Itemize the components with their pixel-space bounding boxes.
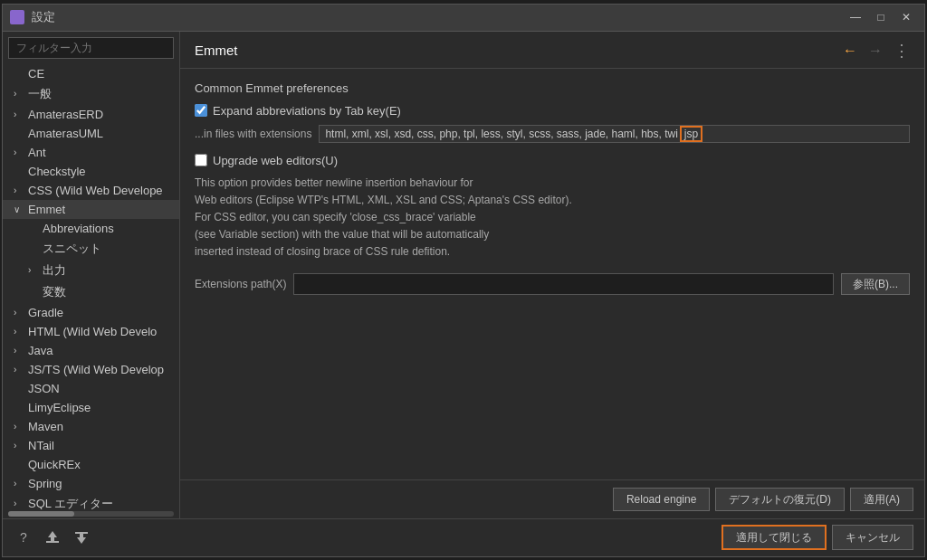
panel-body: Common Emmet preferences Expand abbrevia… xyxy=(180,69,924,479)
cancel-button[interactable]: キャンセル xyxy=(832,525,913,550)
expand-abbreviations-row: Expand abbreviations by Tab key(E) xyxy=(195,104,910,118)
sidebar-item-amaterasuml[interactable]: AmaterasUML xyxy=(3,124,179,143)
sidebar-item-abbreviations[interactable]: Abbreviations xyxy=(3,219,179,238)
arrow-icon: ∨ xyxy=(14,204,24,214)
forward-button[interactable]: → xyxy=(865,41,886,61)
ext-path-input[interactable] xyxy=(293,273,834,295)
svg-rect-2 xyxy=(75,532,88,534)
more-options-icon[interactable]: ⋮ xyxy=(890,39,913,62)
sidebar-scrollbar xyxy=(8,511,174,517)
arrow-icon: › xyxy=(14,89,24,99)
extensions-highlight: jsp xyxy=(680,126,702,142)
upgrade-editors-row: Upgrade web editors(U) xyxy=(195,154,910,167)
sidebar-item-variables[interactable]: 変数 xyxy=(3,281,179,303)
reload-engine-button[interactable]: Reload engine xyxy=(613,488,710,511)
arrow-icon: › xyxy=(14,441,24,451)
arrow-icon: › xyxy=(14,365,24,375)
sidebar-item-ant[interactable]: › Ant xyxy=(3,143,179,162)
filter-input[interactable] xyxy=(8,37,174,59)
arrow-icon: › xyxy=(14,327,24,337)
sidebar-item-spring[interactable]: › Spring xyxy=(3,474,179,493)
sidebar-scrollbar-thumb xyxy=(8,511,74,517)
bottom-bar: ? 適用して閉じる キャンセル xyxy=(3,518,924,556)
help-icon[interactable]: ? xyxy=(14,527,33,547)
extensions-label: ...in files with extensions xyxy=(195,128,311,140)
upgrade-editors-label[interactable]: Upgrade web editors(U) xyxy=(213,154,338,167)
export-svg xyxy=(44,529,61,546)
extensions-value: html, xml, xsl, xsd, css, php, tpl, less… xyxy=(319,125,910,143)
bottom-right-buttons: 適用して閉じる キャンセル xyxy=(722,525,913,550)
arrow-icon: › xyxy=(14,422,24,432)
description-text: This option provides better newline inse… xyxy=(195,175,910,261)
export-icon[interactable] xyxy=(43,527,62,547)
svg-marker-3 xyxy=(77,534,86,544)
expand-abbreviations-checkbox[interactable] xyxy=(195,104,207,117)
arrow-icon: › xyxy=(14,498,24,508)
sidebar-item-java[interactable]: › Java xyxy=(3,341,179,360)
upgrade-editors-checkbox[interactable] xyxy=(195,154,207,166)
expand-abbreviations-label[interactable]: Expand abbreviations by Tab key(E) xyxy=(213,104,401,118)
close-button[interactable]: ✕ xyxy=(895,8,917,26)
section-title: Common Emmet preferences xyxy=(195,81,910,95)
sidebar-item-json[interactable]: JSON xyxy=(3,379,179,398)
sidebar-item-css[interactable]: › CSS (Wild Web Develope xyxy=(3,181,179,200)
panel-header: Emmet ← → ⋮ xyxy=(180,32,924,69)
sidebar-tree: CE › 一般 › AmaterasERD AmaterasUML xyxy=(3,64,179,509)
sidebar-item-output[interactable]: › 出力 xyxy=(3,260,179,281)
sidebar-item-amateraserd[interactable]: › AmaterasERD xyxy=(3,105,179,124)
sidebar-item-jsts[interactable]: › JS/TS (Wild Web Develop xyxy=(3,360,179,379)
default-restore-button[interactable]: デフォルトの復元(D) xyxy=(715,488,845,511)
panel-nav: ← → ⋮ xyxy=(839,39,913,62)
back-button[interactable]: ← xyxy=(839,41,861,61)
sidebar-item-emmet[interactable]: ∨ Emmet xyxy=(3,200,179,219)
sidebar-item-snippets[interactable]: スニペット xyxy=(3,238,179,260)
arrow-icon: › xyxy=(14,109,24,119)
arrow-icon: › xyxy=(14,185,24,195)
panel-title: Emmet xyxy=(195,43,839,58)
sidebar-item-maven[interactable]: › Maven xyxy=(3,417,179,436)
arrow-icon: › xyxy=(14,147,24,157)
titlebar: 設定 — □ ✕ xyxy=(3,5,924,32)
sidebar-item-quickrex[interactable]: QuickREx xyxy=(3,455,179,474)
panel-footer: Reload engine デフォルトの復元(D) 適用(A) xyxy=(180,479,924,518)
window-title: 設定 xyxy=(32,9,845,25)
apply-close-button[interactable]: 適用して閉じる xyxy=(722,525,827,550)
browse-button[interactable]: 参照(B)... xyxy=(841,273,910,295)
main-content: CE › 一般 › AmaterasERD AmaterasUML xyxy=(3,32,924,518)
sidebar: CE › 一般 › AmaterasERD AmaterasUML xyxy=(3,32,180,518)
sidebar-item-gradle[interactable]: › Gradle xyxy=(3,303,179,322)
import-icon[interactable] xyxy=(72,527,91,547)
apply-button[interactable]: 適用(A) xyxy=(850,488,913,511)
arrow-icon: › xyxy=(14,308,24,318)
sidebar-item-html[interactable]: › HTML (Wild Web Develo xyxy=(3,322,179,341)
extensions-text: html, xml, xsl, xsd, css, php, tpl, less… xyxy=(325,128,677,140)
window-controls: — □ ✕ xyxy=(845,8,917,26)
minimize-button[interactable]: — xyxy=(845,8,866,26)
settings-window: 設定 — □ ✕ CE › 一般 › xyxy=(2,4,925,557)
ext-path-row: Extensions path(X) 参照(B)... xyxy=(195,273,910,295)
sidebar-item-general[interactable]: › 一般 xyxy=(3,83,179,105)
import-svg xyxy=(73,529,90,546)
sidebar-item-ntail[interactable]: › NTail xyxy=(3,436,179,455)
right-panel: Emmet ← → ⋮ Common Emmet preferences Exp… xyxy=(180,32,924,518)
sidebar-item-ce[interactable]: CE xyxy=(3,64,179,83)
arrow-icon: › xyxy=(28,265,39,275)
extensions-row: ...in files with extensions html, xml, x… xyxy=(195,125,910,143)
sidebar-item-checkstyle[interactable]: Checkstyle xyxy=(3,162,179,181)
arrow-icon: › xyxy=(14,346,24,356)
sidebar-item-sql[interactable]: › SQL エディター xyxy=(3,493,179,509)
svg-marker-1 xyxy=(48,531,57,541)
maximize-button[interactable]: □ xyxy=(870,8,892,26)
ext-path-label: Extensions path(X) xyxy=(195,278,286,290)
sidebar-item-limyeclipse[interactable]: LimyEclipse xyxy=(3,398,179,417)
arrow-icon: › xyxy=(14,479,24,489)
svg-rect-0 xyxy=(46,541,59,543)
app-icon xyxy=(10,10,24,24)
